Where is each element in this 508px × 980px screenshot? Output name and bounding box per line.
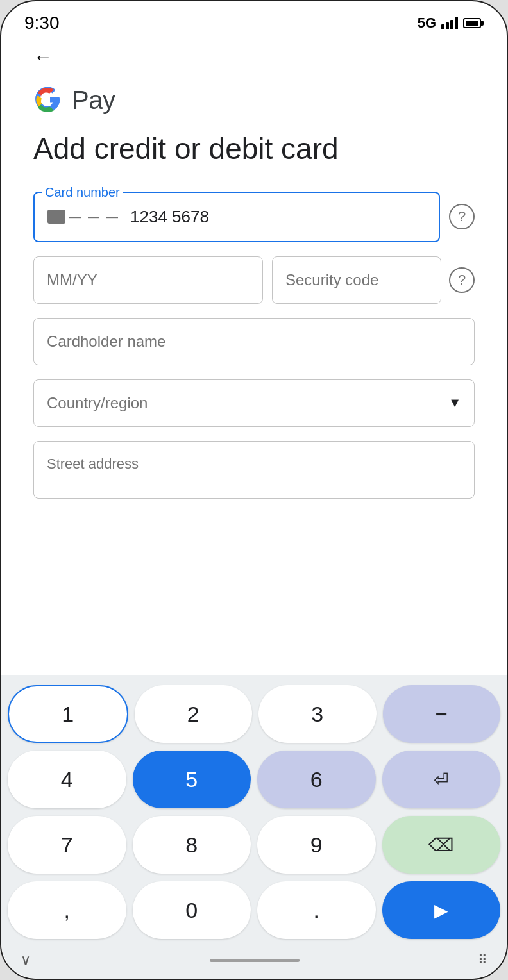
signal-bar-2 [446, 22, 449, 29]
key-3[interactable]: 3 [258, 685, 377, 743]
battery-body [463, 18, 481, 28]
status-icons: 5G [418, 15, 484, 31]
status-bar: 9:30 5G [1, 1, 507, 40]
back-arrow-icon: ← [33, 46, 53, 68]
key-period[interactable]: . [257, 881, 376, 939]
keyboard-row-1: 1 2 3 − [8, 685, 500, 743]
keyboard-toolbar: ∨ ⠿ [8, 944, 500, 979]
form-section: Card number — — — 1234 5678 ? MM/YY [33, 192, 475, 499]
key-backspace[interactable]: ⌫ [382, 816, 501, 874]
gpay-logo: Pay [33, 83, 475, 117]
keyboard-rows: 1 2 3 − 4 5 6 ⏎ 7 8 9 ⌫ [8, 685, 500, 939]
key-9[interactable]: 9 [257, 816, 376, 874]
security-code-placeholder: Security code [285, 271, 378, 288]
security-code-container: Security code ? [272, 256, 475, 304]
signal-bar-3 [450, 20, 453, 29]
card-number-label: Card number [42, 185, 123, 200]
card-rect-icon [47, 210, 65, 224]
keyboard-home-bar [210, 959, 300, 962]
key-1[interactable]: 1 [8, 685, 128, 743]
pay-label: Pay [72, 86, 115, 115]
status-time: 9:30 [24, 13, 60, 33]
card-number-container: Card number — — — 1234 5678 [33, 192, 440, 242]
battery-icon [463, 18, 484, 28]
phone-frame: 9:30 5G ← [0, 0, 508, 980]
keyboard-collapse-icon[interactable]: ∨ [21, 952, 31, 968]
key-5[interactable]: 5 [133, 751, 251, 808]
expiry-placeholder: MM/YY [47, 271, 97, 288]
card-dashes-icon: — — — [69, 210, 120, 224]
card-number-row: Card number — — — 1234 5678 ? [33, 192, 475, 242]
keyboard-grid-icon[interactable]: ⠿ [478, 952, 487, 968]
signal-bar-4 [455, 17, 458, 29]
card-number-help-icon[interactable]: ? [449, 204, 475, 229]
keyboard: 1 2 3 − 4 5 6 ⏎ 7 8 9 ⌫ [1, 675, 507, 979]
battery-fill [466, 21, 478, 26]
country-region-placeholder: Country/region [47, 394, 148, 412]
battery-tip [481, 21, 484, 26]
network-label: 5G [418, 15, 436, 31]
keyboard-row-4: , 0 . ▶ [8, 881, 500, 939]
keyboard-row-3: 7 8 9 ⌫ [8, 816, 500, 874]
cardholder-name-placeholder: Cardholder name [47, 333, 165, 350]
google-g-icon [33, 83, 67, 117]
key-comma[interactable]: , [8, 881, 126, 939]
key-0[interactable]: 0 [133, 881, 251, 939]
card-number-value: 1234 5678 [130, 207, 209, 227]
keyboard-row-2: 4 5 6 ⏎ [8, 751, 500, 808]
page-title: Add credit or debit card [33, 132, 475, 166]
security-code-field[interactable]: Security code [272, 256, 441, 304]
card-icon: — — — [47, 210, 120, 224]
key-8[interactable]: 8 [133, 816, 251, 874]
key-hyphen[interactable]: − [383, 685, 501, 743]
key-enter[interactable]: ⏎ [382, 751, 501, 808]
signal-bar-1 [441, 24, 444, 29]
cardholder-name-field[interactable]: Cardholder name [33, 318, 475, 365]
key-7[interactable]: 7 [8, 816, 126, 874]
key-6[interactable]: 6 [257, 751, 376, 808]
back-button[interactable]: ← [33, 46, 475, 68]
dropdown-arrow-icon: ▼ [448, 395, 461, 410]
expiry-field[interactable]: MM/YY [33, 256, 263, 304]
country-region-field[interactable]: Country/region ▼ [33, 379, 475, 427]
backspace-icon: ⌫ [428, 835, 454, 856]
street-address-label: Street address [47, 456, 139, 472]
key-4[interactable]: 4 [8, 751, 126, 808]
security-code-help-icon[interactable]: ? [449, 267, 475, 293]
send-icon: ▶ [434, 900, 448, 921]
signal-icon [441, 17, 458, 29]
key-send[interactable]: ▶ [382, 881, 501, 939]
expiry-security-row: MM/YY Security code ? [33, 256, 475, 304]
key-2[interactable]: 2 [135, 685, 253, 743]
street-address-field[interactable]: Street address [33, 441, 475, 499]
